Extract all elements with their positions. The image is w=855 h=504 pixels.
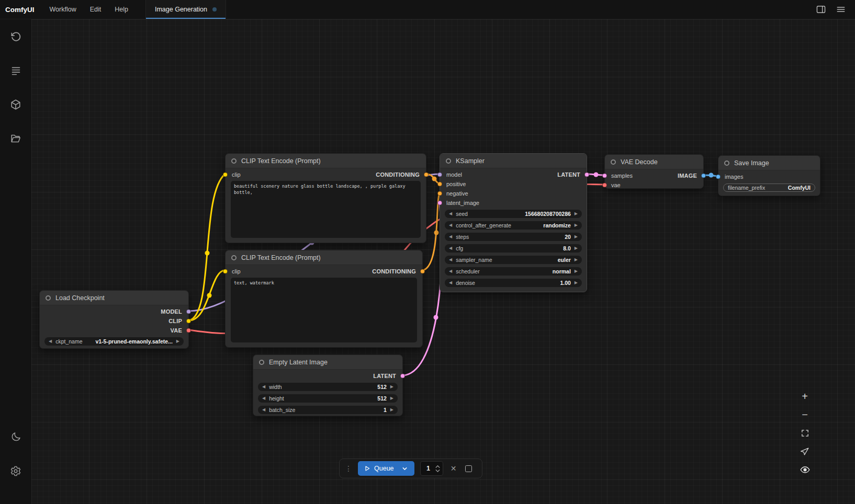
node-load-checkpoint[interactable]: Load Checkpoint MODEL CLIP VAE ◀ ckpt_na… — [39, 290, 189, 349]
decrement-arrow-icon[interactable]: ◀ — [449, 258, 452, 262]
conditioning-output-port[interactable] — [424, 173, 429, 177]
increment-arrow-icon[interactable]: ▶ — [575, 246, 578, 250]
menu-edit[interactable]: Edit — [83, 0, 108, 19]
select-mode-button[interactable] — [798, 445, 811, 457]
node-header[interactable]: CLIP Text Encode (Prompt) — [226, 250, 422, 265]
collapse-dot[interactable] — [231, 158, 237, 164]
denoise-widget[interactable]: ◀ denoise 1.00 ▶ — [445, 279, 582, 287]
collapse-dot[interactable] — [446, 158, 451, 164]
filename-prefix-widget[interactable]: filename_prefix ComfyUI — [723, 184, 815, 192]
steps-widget[interactable]: ◀ steps 20 ▶ — [445, 233, 582, 241]
settings-gear-icon[interactable] — [9, 464, 22, 478]
positive-prompt-textarea[interactable]: beautiful scenery nature glass bottle la… — [231, 181, 421, 238]
decrement-arrow-icon[interactable]: ◀ — [449, 223, 452, 227]
count-stepper[interactable] — [435, 465, 440, 472]
hamburger-menu-icon[interactable] — [836, 5, 846, 14]
increment-arrow-icon[interactable]: ▶ — [575, 223, 578, 227]
history-icon[interactable] — [9, 30, 22, 43]
model-output-port[interactable] — [186, 310, 191, 314]
workflows-folder-icon[interactable] — [9, 132, 22, 145]
decrement-arrow-icon[interactable]: ◀ — [262, 385, 265, 389]
collapse-dot[interactable] — [724, 161, 729, 166]
node-header[interactable]: CLIP Text Encode (Prompt) — [226, 154, 426, 168]
ckpt-name-widget[interactable]: ◀ ckpt_name v1-5-pruned-emaonly.safete..… — [44, 337, 184, 346]
control-after-generate-widget[interactable]: ◀ control_after_generate randomize ▶ — [445, 221, 582, 230]
queue-list-icon[interactable] — [9, 64, 22, 77]
node-empty-latent-image[interactable]: Empty Latent Image LATENT ◀ width 512 ▶ … — [253, 354, 403, 416]
negative-input-port[interactable] — [437, 191, 442, 196]
decrement-arrow-icon[interactable]: ◀ — [449, 212, 452, 216]
clip-input-port[interactable] — [223, 173, 228, 177]
increment-arrow-icon[interactable]: ▶ — [176, 339, 179, 343]
decrement-arrow-icon[interactable]: ◀ — [449, 281, 452, 285]
node-save-image[interactable]: Save Image images filename_prefix ComfyU… — [718, 155, 820, 196]
decrement-arrow-icon[interactable]: ◀ — [449, 246, 452, 250]
increment-arrow-icon[interactable]: ▶ — [390, 385, 393, 389]
node-header[interactable]: Save Image — [718, 156, 820, 170]
node-header[interactable]: Empty Latent Image — [253, 355, 402, 370]
increment-arrow-icon[interactable]: ▶ — [390, 408, 393, 412]
width-widget[interactable]: ◀ width 512 ▶ — [258, 383, 398, 391]
zoom-in-button[interactable]: + — [798, 390, 811, 403]
decrement-arrow-icon[interactable]: ◀ — [49, 339, 52, 343]
toggle-panel-icon[interactable] — [816, 5, 826, 14]
node-clip-text-encode-positive[interactable]: CLIP Text Encode (Prompt) clip CONDITION… — [225, 153, 426, 243]
interrupt-button[interactable] — [464, 464, 474, 473]
latent-output-port[interactable] — [400, 374, 405, 379]
increment-arrow-icon[interactable]: ▶ — [575, 269, 578, 273]
stepper-up-icon[interactable] — [435, 465, 440, 468]
clip-input-port[interactable] — [223, 269, 228, 274]
vae-input-port[interactable] — [602, 183, 607, 188]
images-input-port[interactable] — [716, 175, 721, 179]
fit-view-button[interactable] — [798, 427, 811, 439]
sampler-name-widget[interactable]: ◀ sampler_name euler ▶ — [445, 256, 582, 264]
toggle-link-visibility-button[interactable] — [798, 463, 811, 476]
collapse-dot[interactable] — [46, 295, 51, 301]
stepper-down-icon[interactable] — [435, 469, 440, 472]
node-header[interactable]: KSampler — [440, 154, 587, 168]
batch-size-widget[interactable]: ◀ batch_size 1 ▶ — [258, 406, 398, 414]
node-vae-decode[interactable]: VAE Decode samples IMAGE vae — [604, 154, 704, 189]
theme-moon-icon[interactable] — [9, 430, 22, 443]
node-header[interactable]: VAE Decode — [605, 155, 703, 169]
tab-image-generation[interactable]: Image Generation — [145, 0, 226, 19]
node-clip-text-encode-negative[interactable]: CLIP Text Encode (Prompt) clip CONDITION… — [225, 250, 423, 348]
queue-button[interactable]: Queue — [358, 461, 414, 476]
menu-workflow[interactable]: Workflow — [43, 0, 83, 19]
model-input-port[interactable] — [437, 173, 442, 177]
clip-output-port[interactable] — [186, 319, 191, 324]
height-widget[interactable]: ◀ height 512 ▶ — [258, 394, 398, 403]
model-library-cube-icon[interactable] — [9, 98, 22, 111]
node-ksampler[interactable]: KSampler model LATENT positive negative … — [440, 153, 587, 292]
negative-prompt-textarea[interactable]: text, watermark — [231, 278, 417, 342]
collapse-dot[interactable] — [231, 255, 237, 260]
queue-dropdown-chevron-icon[interactable] — [401, 465, 408, 472]
decrement-arrow-icon[interactable]: ◀ — [262, 408, 265, 412]
clear-queue-button[interactable]: ✕ — [449, 464, 458, 473]
menu-help[interactable]: Help — [108, 0, 135, 19]
vae-output-port[interactable] — [186, 328, 191, 333]
node-graph-canvas[interactable]: Load Checkpoint MODEL CLIP VAE ◀ ckpt_na… — [31, 19, 855, 504]
samples-input-port[interactable] — [602, 174, 607, 178]
image-output-port[interactable] — [701, 174, 706, 178]
cfg-widget[interactable]: ◀ cfg 8.0 ▶ — [445, 244, 582, 253]
increment-arrow-icon[interactable]: ▶ — [575, 235, 578, 239]
zoom-out-button[interactable]: − — [798, 408, 811, 421]
scheduler-widget[interactable]: ◀ scheduler normal ▶ — [445, 267, 582, 276]
positive-input-port[interactable] — [437, 182, 442, 187]
app-logo[interactable]: ComfyUI — [0, 0, 43, 19]
increment-arrow-icon[interactable]: ▶ — [575, 212, 578, 216]
increment-arrow-icon[interactable]: ▶ — [575, 258, 578, 262]
decrement-arrow-icon[interactable]: ◀ — [449, 235, 452, 239]
latent-image-input-port[interactable] — [437, 201, 442, 205]
increment-arrow-icon[interactable]: ▶ — [390, 396, 393, 400]
latent-output-port[interactable] — [584, 173, 589, 177]
seed-widget[interactable]: ◀ seed 156680208700286 ▶ — [445, 210, 582, 218]
batch-count-input[interactable]: 1 — [420, 461, 443, 476]
node-header[interactable]: Load Checkpoint — [40, 291, 188, 305]
decrement-arrow-icon[interactable]: ◀ — [262, 396, 265, 400]
decrement-arrow-icon[interactable]: ◀ — [449, 269, 452, 273]
conditioning-output-port[interactable] — [420, 269, 425, 274]
collapse-dot[interactable] — [259, 360, 264, 365]
drag-handle-icon[interactable]: ⋮ — [345, 465, 352, 472]
